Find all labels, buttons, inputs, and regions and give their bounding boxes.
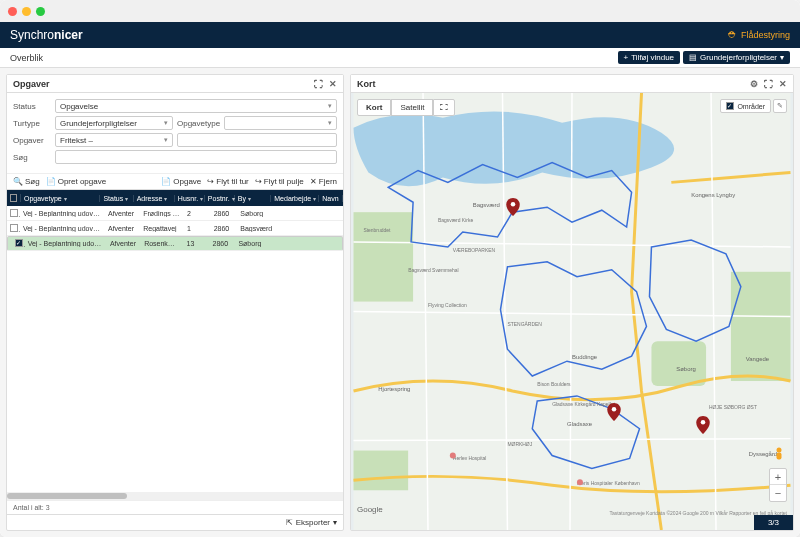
cell-husnr: 1 xyxy=(184,225,211,232)
cell-postnr: 2860 xyxy=(210,240,236,247)
layer-select-button[interactable]: ▤Grundejerforpligtelser▾ xyxy=(683,51,790,64)
breadcrumb-bar: Overblik +Tilføj vindue ▤Grundejerforpli… xyxy=(0,48,800,68)
col-navn[interactable]: Navn xyxy=(319,195,343,202)
fleet-link[interactable]: ⛑ Flådestyring xyxy=(728,30,790,40)
search-input[interactable] xyxy=(55,150,337,164)
svg-text:Bagsværd Svømmehal: Bagsværd Svømmehal xyxy=(408,268,458,273)
note-icon: 📄 xyxy=(46,177,56,186)
svg-rect-1 xyxy=(354,212,414,301)
close-icon[interactable]: ✕ xyxy=(779,79,787,89)
add-window-button[interactable]: +Tilføj vindue xyxy=(618,51,681,64)
svg-point-29 xyxy=(701,420,706,425)
cell-status: Afventer xyxy=(105,225,140,232)
turtype-select[interactable]: Grundejerforpligtelser▾ xyxy=(55,116,173,130)
svg-text:Stenbruddet: Stenbruddet xyxy=(363,228,391,233)
remove-button[interactable]: ✕Fjern xyxy=(310,177,337,186)
sog-label: Søg xyxy=(13,153,51,162)
cell-opgavetype: Vej - Beplantning udover skel xyxy=(20,225,105,232)
map-pager[interactable]: 3/3 xyxy=(754,515,793,530)
edit-icon[interactable]: ✎ xyxy=(773,99,787,113)
cell-adresse: Frødings Allé xyxy=(140,210,184,217)
row-checkbox[interactable] xyxy=(10,209,18,217)
opgavetype-select[interactable]: ▾ xyxy=(224,116,337,130)
maptype-map-button[interactable]: Kort xyxy=(357,99,391,116)
chevron-down-icon: ▾ xyxy=(780,53,784,62)
col-opgavetype[interactable]: Opgavetype▾ xyxy=(21,195,100,202)
opgaver-select[interactable]: Fritekst –▾ xyxy=(55,133,173,147)
map-marker[interactable] xyxy=(696,416,710,434)
table-row[interactable]: Vej - Beplantning udover skelAfventerReg… xyxy=(7,221,343,236)
opgaver-label: Opgaver xyxy=(13,136,51,145)
filters: Status Opgavelse▾ Turtype Grundejerforpl… xyxy=(7,93,343,174)
move-to-tour-button[interactable]: ↪Flyt til tur xyxy=(207,177,248,186)
plus-icon: + xyxy=(624,53,629,62)
svg-text:STENGÅRDEN: STENGÅRDEN xyxy=(507,321,542,327)
col-status[interactable]: Status▾ xyxy=(100,195,133,202)
cell-status: Afventer xyxy=(107,240,141,247)
map-marker[interactable] xyxy=(607,403,621,421)
fullscreen-icon: ⛶ xyxy=(440,103,448,112)
col-husnr[interactable]: Husnr.▾ xyxy=(175,195,205,202)
maptype-satellite-button[interactable]: Satellit xyxy=(391,99,433,116)
expand-icon[interactable]: ⛶ xyxy=(764,79,773,89)
svg-point-27 xyxy=(510,202,515,207)
status-label: Status xyxy=(13,102,51,111)
row-checkbox[interactable] xyxy=(10,224,18,232)
svg-point-25 xyxy=(450,453,456,459)
svg-text:Hjortespring: Hjortespring xyxy=(378,386,410,392)
areas-layer-toggle[interactable]: Områder xyxy=(720,99,771,113)
col-postnr[interactable]: Postnr.▾ xyxy=(205,195,235,202)
col-adresse[interactable]: Adresse▾ xyxy=(134,195,175,202)
table-row[interactable]: Vej - Beplantning udover skelAfventerFrø… xyxy=(7,206,343,221)
maximize-window-icon[interactable] xyxy=(36,7,45,16)
opgaver-text-input[interactable] xyxy=(177,133,337,147)
chevron-down-icon: ▾ xyxy=(164,136,168,144)
task-button[interactable]: 📄Opgave xyxy=(161,177,201,186)
cell-opgavetype: Vej - Beplantning udover skel xyxy=(20,210,105,217)
gear-icon[interactable]: ⚙ xyxy=(750,79,758,89)
totals-label: Antal i alt: 3 xyxy=(7,500,343,514)
map-canvas[interactable]: Kort Satellit ⛶ Områder ✎ Bag xyxy=(351,93,793,530)
cell-status: Afventer xyxy=(105,210,140,217)
create-task-button[interactable]: 📄Opret opgave xyxy=(46,177,106,186)
svg-text:Gladsaxe Kirkegård Kapellet: Gladsaxe Kirkegård Kapellet xyxy=(552,401,615,407)
select-all-checkbox[interactable] xyxy=(10,194,17,202)
x-icon: ✕ xyxy=(310,177,317,186)
zoom-out-button[interactable]: − xyxy=(770,485,786,501)
arrow-right-icon: ↪ xyxy=(207,177,214,186)
chevron-down-icon: ▾ xyxy=(328,119,332,127)
svg-text:Flyving Collection: Flyving Collection xyxy=(428,303,467,308)
svg-text:Bagsværd Kirke: Bagsværd Kirke xyxy=(438,218,473,223)
svg-text:Bagsværd: Bagsværd xyxy=(473,202,500,208)
helmet-icon: ⛑ xyxy=(728,30,737,40)
tasks-title: Opgaver xyxy=(13,79,50,89)
map-title: Kort xyxy=(357,79,376,89)
map-marker[interactable] xyxy=(506,198,520,216)
row-checkbox[interactable] xyxy=(15,239,23,247)
pegman-icon[interactable] xyxy=(771,446,787,462)
search-icon: 🔍 xyxy=(13,177,23,186)
col-medarbejde[interactable]: Medarbejde▾ xyxy=(271,195,319,202)
svg-text:Buddinge: Buddinge xyxy=(572,354,598,360)
navbar: Synchronicer ⛑ Flådestyring xyxy=(0,22,800,48)
move-to-pool-button[interactable]: ↪Flyt til pulje xyxy=(255,177,304,186)
svg-point-30 xyxy=(777,448,782,453)
close-icon[interactable]: ✕ xyxy=(329,79,337,89)
horizontal-scrollbar[interactable] xyxy=(7,492,343,500)
col-by[interactable]: By▾ xyxy=(235,195,271,202)
status-select[interactable]: Opgavelse▾ xyxy=(55,99,337,113)
search-button[interactable]: 🔍Søg xyxy=(13,177,40,186)
table-row[interactable]: Vej - Beplantning udover skelAfventerRos… xyxy=(7,236,343,251)
expand-icon[interactable]: ⛶ xyxy=(314,79,323,89)
map-svg: Bagsværd Bagsværd Kirke VÆREBOPARKEN Bag… xyxy=(351,93,793,530)
minimize-window-icon[interactable] xyxy=(22,7,31,16)
cell-opgavetype: Vej - Beplantning udover skel xyxy=(25,240,107,247)
zoom-in-button[interactable]: + xyxy=(770,469,786,485)
cell-adresse: Regattavej xyxy=(140,225,184,232)
fullscreen-button[interactable]: ⛶ xyxy=(433,99,455,116)
export-button[interactable]: ⇱Eksporter▾ xyxy=(286,518,337,527)
layers-icon: ▤ xyxy=(689,53,697,62)
close-window-icon[interactable] xyxy=(8,7,17,16)
svg-text:Bison Boulders: Bison Boulders xyxy=(537,382,571,387)
svg-text:Herlev Hospital: Herlev Hospital xyxy=(453,456,487,461)
